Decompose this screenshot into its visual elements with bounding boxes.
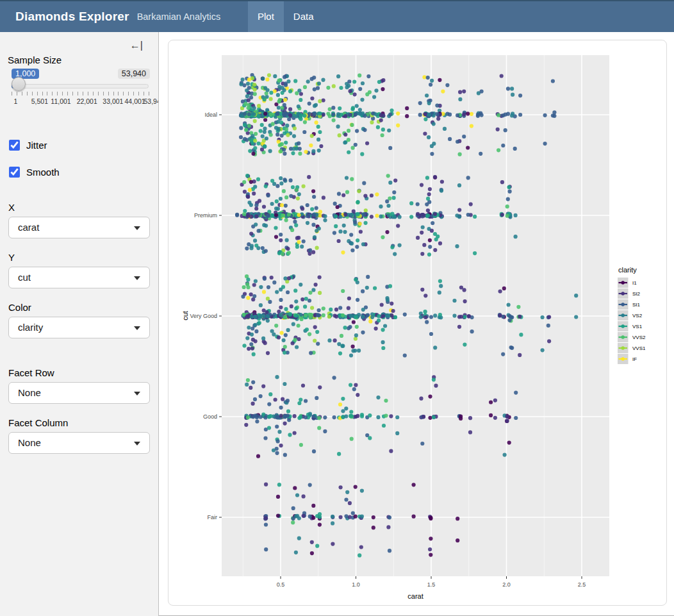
data-point bbox=[423, 112, 427, 116]
jitter-label[interactable]: Jitter bbox=[26, 140, 47, 151]
data-point bbox=[252, 353, 256, 356]
data-point bbox=[398, 244, 402, 247]
data-point bbox=[359, 545, 363, 549]
data-point bbox=[293, 431, 297, 435]
smooth-label[interactable]: Smooth bbox=[26, 167, 60, 178]
data-point bbox=[350, 248, 354, 252]
data-point bbox=[479, 152, 482, 156]
data-point bbox=[308, 315, 312, 319]
data-point bbox=[428, 187, 432, 191]
y-select[interactable]: cut bbox=[8, 267, 150, 288]
data-point bbox=[245, 94, 249, 98]
data-point bbox=[306, 221, 309, 225]
data-point bbox=[272, 333, 275, 337]
data-point bbox=[286, 328, 290, 332]
data-point bbox=[294, 306, 298, 310]
data-point bbox=[510, 87, 514, 90]
data-point bbox=[249, 342, 253, 346]
facet-row-select[interactable]: None bbox=[8, 382, 150, 404]
data-point bbox=[352, 387, 356, 391]
facet-column-select[interactable]: None bbox=[8, 432, 150, 454]
data-point bbox=[257, 229, 261, 233]
data-point bbox=[264, 516, 268, 520]
data-point bbox=[342, 224, 346, 228]
data-point bbox=[311, 223, 315, 227]
data-point bbox=[333, 376, 336, 379]
data-point bbox=[310, 207, 314, 211]
data-point bbox=[423, 294, 427, 297]
data-point bbox=[341, 289, 345, 293]
data-point bbox=[283, 382, 286, 386]
tab-data[interactable]: Data bbox=[284, 1, 324, 32]
data-point bbox=[249, 292, 253, 296]
data-point bbox=[339, 86, 343, 90]
slider-grid-label: 1 bbox=[13, 97, 17, 105]
data-point bbox=[274, 226, 277, 229]
smooth-checkbox[interactable] bbox=[9, 167, 20, 178]
data-point bbox=[279, 298, 283, 302]
data-point bbox=[261, 135, 265, 138]
data-point bbox=[245, 283, 249, 287]
data-point bbox=[405, 114, 409, 118]
data-point bbox=[430, 152, 434, 156]
data-point bbox=[427, 113, 431, 117]
data-point bbox=[275, 375, 279, 379]
data-point bbox=[253, 323, 257, 327]
data-point bbox=[258, 199, 261, 203]
data-point bbox=[428, 395, 432, 399]
jitter-checkbox[interactable] bbox=[9, 140, 20, 151]
data-point bbox=[365, 141, 369, 145]
legend-key-point bbox=[621, 313, 625, 317]
data-point bbox=[277, 128, 281, 131]
data-point bbox=[283, 351, 286, 354]
data-point bbox=[428, 238, 432, 242]
data-point bbox=[466, 176, 470, 179]
sidebar-collapse-icon[interactable]: ←| bbox=[130, 40, 143, 51]
data-point bbox=[498, 289, 502, 293]
color-select[interactable]: clarity bbox=[8, 317, 150, 338]
data-point bbox=[296, 197, 300, 201]
data-point bbox=[276, 439, 280, 443]
data-point bbox=[254, 222, 258, 226]
data-point bbox=[252, 283, 256, 287]
data-point bbox=[343, 133, 347, 137]
data-point bbox=[426, 213, 430, 217]
data-point bbox=[297, 324, 300, 328]
data-point bbox=[277, 79, 281, 83]
data-point bbox=[336, 113, 340, 117]
data-point bbox=[433, 232, 437, 236]
sample-size-slider-track[interactable] bbox=[12, 84, 149, 88]
data-point bbox=[264, 249, 268, 253]
data-point bbox=[309, 144, 313, 147]
data-point bbox=[509, 345, 513, 349]
tab-plot[interactable]: Plot bbox=[248, 1, 284, 32]
data-point bbox=[297, 537, 301, 540]
data-point bbox=[315, 246, 319, 250]
data-point bbox=[247, 347, 251, 351]
data-point bbox=[269, 91, 273, 95]
data-point bbox=[235, 213, 239, 217]
data-point bbox=[251, 112, 254, 115]
data-point bbox=[294, 299, 298, 303]
data-point bbox=[438, 78, 441, 82]
data-point bbox=[507, 314, 511, 318]
data-point bbox=[463, 299, 467, 303]
data-point bbox=[312, 415, 316, 419]
data-point bbox=[257, 104, 261, 108]
data-point bbox=[338, 215, 342, 219]
data-point bbox=[393, 315, 397, 319]
data-point bbox=[279, 176, 283, 180]
x-select[interactable]: carat bbox=[8, 217, 150, 238]
sample-size-slider-handle[interactable] bbox=[12, 77, 26, 91]
data-point bbox=[300, 207, 304, 211]
data-point bbox=[281, 397, 284, 401]
data-point bbox=[282, 189, 286, 193]
data-point bbox=[263, 144, 267, 148]
data-point bbox=[253, 119, 257, 123]
data-point bbox=[351, 345, 355, 349]
data-point bbox=[518, 353, 522, 357]
data-point bbox=[500, 180, 504, 184]
data-point bbox=[250, 315, 254, 319]
data-point bbox=[360, 414, 364, 418]
sidebar: ←| Sample Size 1,000 53,940 15,50111,001… bbox=[0, 32, 159, 616]
